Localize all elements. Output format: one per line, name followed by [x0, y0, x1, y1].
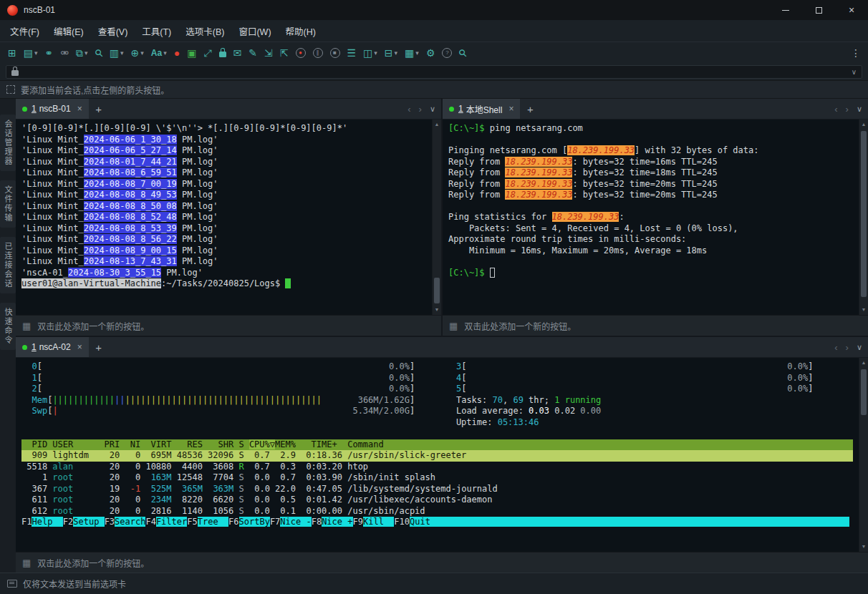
terminal-line: 0[ 0.0%] 3[ 0.0%] [21, 361, 853, 373]
toolbar-overflow-icon[interactable]: ⋮ [851, 47, 864, 59]
connect-icon[interactable]: ⚭ [42, 47, 57, 59]
tab-scroll-right-icon[interactable]: › [846, 342, 849, 353]
window-title: nscB-01 [24, 5, 55, 15]
scrollbar[interactable]: ▲ ▼ [859, 358, 868, 552]
sidebar-pane-tab[interactable]: 会话管理器 [0, 115, 16, 171]
address-input[interactable]: ∨ [6, 65, 862, 79]
scrollbar-track[interactable] [859, 130, 868, 305]
zoom-icon[interactable]: ⚲ [455, 47, 470, 59]
export-icon[interactable]: ⇱ [276, 47, 292, 59]
terminal-line: 612 root 20 0 2816 1140 1056 S 0.0 0.1 0… [21, 506, 853, 517]
tab-close-icon[interactable]: × [77, 104, 82, 114]
maximize-button[interactable] [802, 0, 835, 20]
disconnect-icon[interactable]: ⚮ [57, 47, 72, 59]
terminal-line: 'nscA-01_2024-08-30_3_55_15 PM.log' [21, 268, 426, 279]
dropdown-caret-icon[interactable]: ▾ [395, 49, 398, 57]
sidebar-pane-tab[interactable]: 快速命令 [0, 303, 16, 350]
dropdown-caret-icon[interactable]: ▾ [34, 49, 38, 57]
session-tab[interactable]: 1 nscB-01 × [16, 99, 89, 119]
session-tab[interactable]: 1 本地Shell × [443, 99, 520, 119]
scrollbar[interactable]: ▲ ▼ [859, 120, 868, 315]
dropdown-caret-icon[interactable]: ▾ [120, 49, 124, 57]
terminal-line [448, 201, 853, 213]
scrollbar-track[interactable] [859, 368, 868, 542]
dropdown-caret-icon[interactable]: ▾ [415, 49, 419, 57]
dropdown-caret-icon[interactable]: ▾ [163, 49, 167, 57]
minimize-button[interactable] [769, 0, 802, 20]
sidebar-pane-tab[interactable]: 已连接会话 [0, 237, 16, 293]
arrange-tabs-icon[interactable]: ▥▾ [106, 47, 127, 59]
dropdown-caret-icon[interactable]: ▾ [374, 49, 377, 57]
xshell-ball-icon[interactable]: ● [170, 47, 183, 59]
tab-close-icon[interactable]: × [77, 342, 82, 352]
highlight-pen-icon[interactable]: ✎ [245, 47, 261, 59]
scroll-down-icon[interactable]: ▼ [433, 305, 441, 315]
terminal-output[interactable]: '[0-9][0-9]*[.][0-9][0-9] \'$'\n''> *[.]… [16, 120, 432, 315]
scroll-up-icon[interactable]: ▲ [859, 120, 868, 130]
new-session-icon[interactable]: ⊞ [4, 47, 20, 59]
help-icon[interactable]: ? [438, 47, 455, 59]
dropdown-caret-icon[interactable]: ▾ [140, 49, 144, 57]
close-button[interactable]: × [835, 0, 868, 20]
tab-scroll-left-icon[interactable]: ‹ [408, 104, 410, 115]
terminal-output[interactable]: [C:\~]$ ping netsarang.com Pinging netsa… [443, 120, 859, 315]
scrollbar[interactable]: ▲ ▼ [432, 120, 441, 315]
menu-item[interactable]: 窗口(W) [231, 21, 278, 42]
session-tab[interactable]: 1 nscA-02 × [16, 337, 89, 357]
quick-button-bar[interactable]: ▦ 双击此处添加一个新的按钮。 [16, 552, 868, 573]
xagent-icon[interactable]: ▣ [183, 47, 200, 59]
grid-layout-icon[interactable]: ▦▾ [401, 47, 423, 59]
find-icon[interactable]: ⚲ [92, 47, 106, 59]
encoding-globe-icon[interactable]: ⊕▾ [127, 47, 148, 59]
menu-item[interactable]: 帮助(H) [279, 21, 323, 42]
main-area: 会话管理器文件传输已连接会话快速命令 1 nscB-01 × + ‹ [0, 99, 868, 573]
menu-item[interactable]: 查看(V) [91, 21, 135, 42]
import-icon[interactable]: ⇲ [261, 47, 276, 59]
scrollbar-thumb[interactable] [861, 369, 867, 415]
scroll-up-icon[interactable]: ▲ [859, 358, 868, 368]
open-folder-icon[interactable]: ▤▾ [20, 47, 42, 59]
tab-scroll-left-icon[interactable]: ‹ [834, 342, 837, 353]
new-tab-button[interactable]: + [521, 99, 539, 119]
dropdown-caret-icon[interactable]: ▾ [85, 49, 88, 57]
scroll-up-icon[interactable]: ▲ [433, 120, 441, 130]
sidebar-pane-tab[interactable]: 文件传输 [0, 180, 16, 228]
tab-scroll-right-icon[interactable]: › [846, 104, 849, 115]
menu-item[interactable]: 工具(T) [135, 21, 178, 42]
tab-close-icon[interactable]: × [508, 104, 513, 114]
stop-icon[interactable]: ■ [327, 47, 344, 59]
new-terminal-icon[interactable]: ⧉▾ [72, 47, 92, 59]
menu-item[interactable]: 编辑(E) [47, 21, 91, 42]
scroll-down-icon[interactable]: ▼ [859, 305, 868, 315]
menu-item[interactable]: 选项卡(B) [178, 21, 231, 42]
tab-list-dropdown-icon[interactable]: ∨ [857, 343, 862, 352]
fullscreen-icon[interactable]: ⤢ [200, 47, 215, 59]
split-horizontal-icon[interactable]: ◫▾ [360, 47, 381, 59]
scrollbar-thumb[interactable] [434, 278, 440, 303]
new-tab-button[interactable]: + [90, 337, 108, 357]
quick-button-bar[interactable]: ▦ 双击此处添加一个新的按钮。 [443, 315, 868, 336]
compose-icon[interactable]: ✉ [230, 47, 246, 59]
scrollbar-track[interactable] [433, 130, 441, 305]
menu-item[interactable]: 文件(F) [3, 21, 47, 42]
tab-list-dropdown-icon[interactable]: ∨ [430, 104, 435, 114]
properties-icon[interactable]: ☰ [344, 47, 360, 59]
tab-scroll-left-icon[interactable]: ‹ [834, 104, 837, 115]
new-tab-button[interactable]: + [90, 99, 108, 119]
lock-icon[interactable] [216, 47, 230, 59]
record-icon[interactable]: ● [292, 47, 309, 59]
tab-scroll-right-icon[interactable]: › [419, 104, 422, 115]
settings-gear-icon[interactable]: ⚙ [423, 47, 439, 59]
tab-list-dropdown-icon[interactable]: ∨ [857, 104, 862, 114]
font-icon[interactable]: Aa▾ [148, 47, 170, 59]
address-dropdown-icon[interactable]: ∨ [852, 68, 857, 76]
scroll-down-icon[interactable]: ▼ [859, 542, 868, 552]
export-icon: ⇱ [280, 48, 289, 58]
pause-icon[interactable]: ∥ [309, 47, 327, 59]
button-bar-icon: ▦ [22, 558, 31, 568]
scrollbar-thumb[interactable] [861, 131, 867, 297]
stop-icon: ■ [330, 48, 340, 58]
split-vertical-icon[interactable]: ⊟▾ [381, 47, 401, 59]
terminal-output[interactable]: 0[ 0.0%] 3[ 0.0%] 1[ [16, 358, 859, 552]
quick-button-bar[interactable]: ▦ 双击此处添加一个新的按钮。 [16, 315, 441, 336]
